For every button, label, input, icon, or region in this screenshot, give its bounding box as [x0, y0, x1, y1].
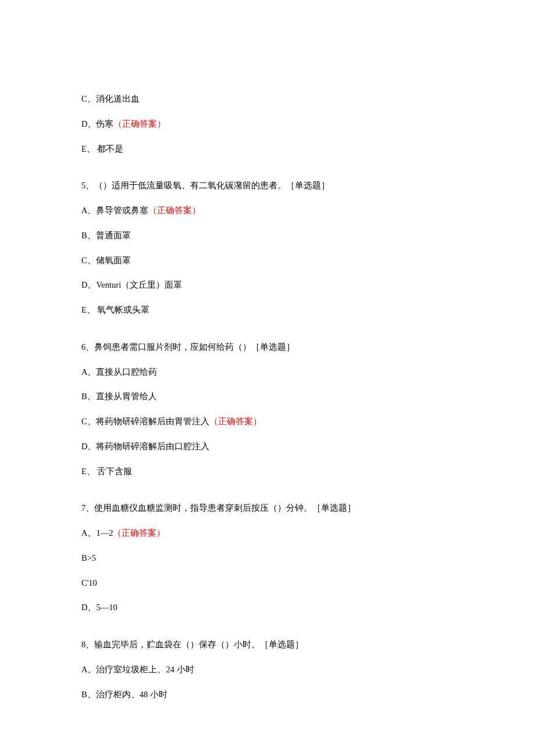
q6-option-e: E、 舌下含服 — [81, 465, 454, 478]
q6-option-b: B、直接从胃管给人 — [81, 390, 454, 403]
question-8: 8、输血完毕后，贮血袋在（）保存（）小时。［单选题］ A、治疗室垃圾柜上、24 … — [81, 639, 454, 701]
q7-option-d: D、5—10 — [81, 601, 454, 614]
q5-option-c: C、储氧面罩 — [81, 255, 454, 267]
q4-option-e: E、 都不是 — [81, 143, 454, 156]
q5-option-a-text: A、鼻导管或鼻塞 — [81, 206, 148, 215]
q4-option-d-text: D、伤寒 — [81, 119, 113, 128]
q5-stem: 5、（）适用于低流量吸氧、有二氧化碳潴留的患者。［单选题］ — [81, 180, 454, 192]
q6-option-a: A、直接从口腔给药 — [81, 366, 454, 379]
question-6: 6、鼻饲患者需口服片剂时，应如何给药（）［单选题］ A、直接从口腔给药 B、直接… — [81, 341, 454, 478]
q5-option-b: B、普通面罩 — [81, 230, 454, 242]
question-7: 7、使用血糖仪血糖监测时，指导患者穿刺后按压（）分钟。［单选题］ A、1—2（正… — [81, 502, 454, 614]
q6-stem: 6、鼻饲患者需口服片剂时，应如何给药（）［单选题］ — [81, 341, 454, 354]
question-5: 5、（）适用于低流量吸氧、有二氧化碳潴留的患者。［单选题］ A、鼻导管或鼻塞（正… — [81, 180, 454, 317]
q8-stem: 8、输血完毕后，贮血袋在（）保存（）小时。［单选题］ — [81, 639, 454, 651]
correct-answer-marker: （正确答案） — [209, 417, 262, 426]
q8-option-b: B、治疗柜内、48 小时 — [81, 689, 454, 701]
q5-option-a: A、鼻导管或鼻塞（正确答案） — [81, 205, 454, 217]
q7-option-a-text: A、1—2 — [81, 528, 113, 538]
q7-option-b: B>5 — [81, 552, 454, 565]
correct-answer-marker: （正确答案） — [113, 119, 166, 128]
q6-option-c-text: C、将药物研碎溶解后由胃管注入 — [81, 417, 209, 426]
q6-option-d: D、将药物研碎溶解后由口腔注入 — [81, 440, 454, 453]
q7-stem: 7、使用血糖仪血糖监测时，指导患者穿刺后按压（）分钟。［单选题］ — [81, 502, 454, 515]
q8-option-a: A、治疗室垃圾柜上、24 小时 — [81, 664, 454, 676]
question-4-tail: C、消化道出血 D、伤寒（正确答案） E、 都不是 — [81, 93, 454, 155]
correct-answer-marker: （正确答案） — [113, 528, 165, 538]
q4-option-c: C、消化道出血 — [81, 93, 454, 106]
correct-answer-marker: （正确答案） — [148, 206, 201, 215]
q7-option-c: C'10 — [81, 577, 454, 590]
q6-option-c: C、将药物研碎溶解后由胃管注入（正确答案） — [81, 415, 454, 428]
q5-option-d: D、Venturi（文丘里）面罩 — [81, 279, 454, 292]
q7-option-a: A、1—2（正确答案） — [81, 527, 454, 540]
q5-option-e: E、 氧气帐或头罩 — [81, 304, 454, 317]
q4-option-d: D、伤寒（正确答案） — [81, 118, 454, 131]
